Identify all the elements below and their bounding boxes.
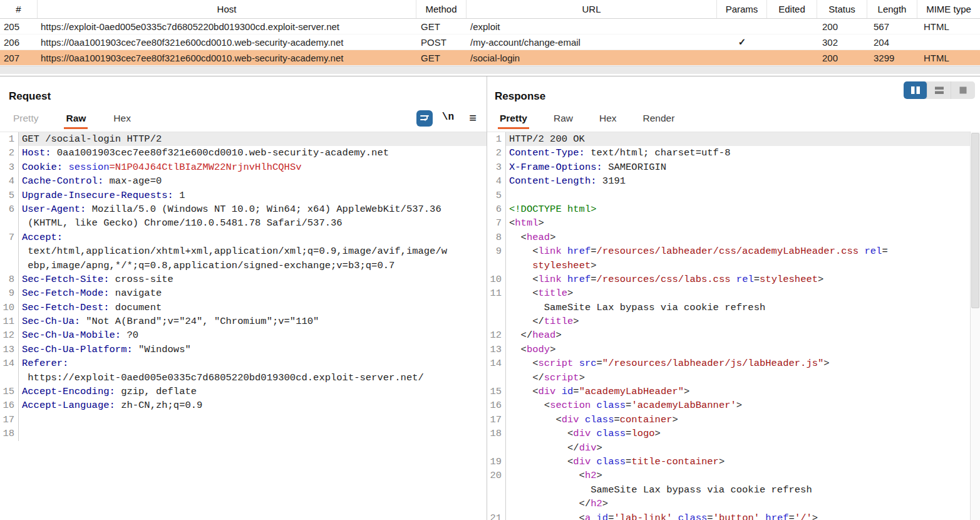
response-scrollbar[interactable] [970, 132, 980, 520]
code-line[interactable]: 14 <script src="/resources/labheader/js/… [487, 356, 970, 370]
code-line[interactable]: 3Cookie: session=N1P04J64CtlBIaZMW22Nrjn… [0, 160, 487, 174]
response-scrollbar-thumb[interactable] [971, 133, 979, 308]
tab-raw[interactable]: Raw [64, 113, 88, 129]
line-number [487, 497, 506, 511]
code-line[interactable]: https://exploit-0aed005e0335c7d6805220bd… [0, 371, 487, 385]
column-header-url[interactable]: URL [467, 0, 717, 18]
table-row[interactable]: 207https://0aa1001903cec7ee80f321e600cd0… [0, 50, 980, 66]
column-header-status[interactable]: Status [817, 0, 867, 18]
line-content: </script> [506, 371, 970, 385]
code-line[interactable]: 8Sec-Fetch-Site: cross-site [0, 273, 487, 286]
code-line[interactable]: 18 <div class=logo> [487, 427, 970, 440]
code-line[interactable]: 11Sec-Ch-Ua: "Not A(Brand";v="24", "Chro… [0, 315, 487, 328]
line-content: <html> [506, 216, 970, 230]
line-content: <link href=/resources/labheader/css/acad… [506, 244, 970, 258]
code-line[interactable]: 9 <link href=/resources/labheader/css/ac… [487, 244, 970, 258]
code-line[interactable]: 2Content-Type: text/html; charset=utf-8 [487, 146, 970, 160]
code-line[interactable]: 12Sec-Ch-Ua-Mobile: ?0 [0, 328, 487, 342]
soft-wrap-toggle-button[interactable] [416, 110, 433, 127]
single-layout-button[interactable] [951, 81, 975, 99]
code-line[interactable]: 4Content-Length: 3191 [487, 174, 970, 188]
code-line[interactable]: 7Accept: [0, 231, 487, 244]
table-row[interactable]: 206https://0aa1001903cec7ee80f321e600cd0… [0, 34, 980, 50]
tab-raw[interactable]: Raw [552, 113, 575, 129]
column-header-host[interactable]: Host [38, 0, 416, 18]
line-number: 4 [0, 174, 19, 188]
code-line[interactable]: </script> [487, 371, 970, 385]
code-line[interactable]: 6User-Agent: Mozilla/5.0 (Windows NT 10.… [0, 202, 487, 216]
cell-edited [767, 50, 817, 65]
column-header-mime-type[interactable]: MIME type [917, 0, 980, 18]
code-line[interactable]: 5Upgrade-Insecure-Requests: 1 [0, 189, 487, 202]
code-line[interactable]: text/html,application/xhtml+xml,applicat… [0, 244, 487, 258]
line-number [487, 301, 506, 315]
code-line[interactable]: 9Sec-Fetch-Mode: navigate [0, 286, 487, 300]
code-line[interactable]: </div> [487, 441, 970, 455]
line-content: text/html,application/xhtml+xml,applicat… [19, 244, 487, 258]
line-content: Accept-Language: zh-CN,zh;q=0.9 [19, 398, 487, 412]
line-content: ebp,image/apng,*/*;q=0.8,application/sig… [19, 259, 487, 273]
line-number: 18 [487, 427, 506, 440]
tab-hex[interactable]: Hex [597, 113, 619, 129]
columns-layout-button[interactable] [904, 81, 927, 99]
table-horizontal-scrollbar[interactable] [0, 66, 980, 74]
tab-pretty[interactable]: Pretty [498, 113, 529, 129]
line-content: Sec-Ch-Ua-Mobile: ?0 [19, 328, 487, 342]
line-number: 9 [0, 286, 19, 300]
code-line[interactable]: 15 <div id="academyLabHeader"> [487, 385, 970, 398]
code-line[interactable]: SameSite Lax bypass via cookie refresh [487, 483, 970, 497]
tab-hex[interactable]: Hex [111, 113, 133, 129]
line-content: <body> [506, 343, 970, 356]
code-line[interactable]: 15Accept-Encoding: gzip, deflate [0, 385, 487, 398]
code-line[interactable]: ebp,image/apng,*/*;q=0.8,application/sig… [0, 259, 487, 273]
code-line[interactable]: SameSite Lax bypass via cookie refresh [487, 301, 970, 315]
tab-render[interactable]: Render [641, 113, 677, 129]
code-line[interactable]: 4Cache-Control: max-age=0 [0, 174, 487, 188]
editor-menu-icon[interactable]: ≡ [469, 111, 477, 125]
code-line[interactable]: 8 <head> [487, 231, 970, 244]
column-header--[interactable]: # [0, 0, 38, 18]
code-line[interactable]: 19 <div class=title-container> [487, 455, 970, 469]
code-line[interactable]: 1HTTP/2 200 OK [487, 132, 970, 146]
code-line[interactable]: 3X-Frame-Options: SAMEORIGIN [487, 160, 970, 174]
code-line[interactable]: 1GET /social-login HTTP/2 [0, 132, 487, 146]
request-editor[interactable]: 1GET /social-login HTTP/22Host: 0aa10019… [0, 132, 487, 520]
column-header-length[interactable]: Length [867, 0, 917, 18]
code-line[interactable]: 16 <section class='academyLabBanner'> [487, 398, 970, 412]
line-number [487, 441, 506, 455]
code-line[interactable]: 21 <a id='lab-link' class='button' href=… [487, 511, 970, 520]
code-line[interactable]: 7<html> [487, 216, 970, 230]
column-header-edited[interactable]: Edited [767, 0, 817, 18]
code-line[interactable]: (KHTML, like Gecko) Chrome/110.0.5481.78… [0, 216, 487, 230]
code-line[interactable]: 20 <h2> [487, 469, 970, 482]
cell-num: 205 [0, 19, 38, 34]
code-line[interactable]: 5 [487, 189, 970, 202]
line-number: 1 [487, 132, 506, 146]
table-row[interactable]: 205https://exploit-0aed005e0335c7d680522… [0, 19, 980, 34]
tab-pretty[interactable]: Pretty [11, 113, 40, 129]
code-line[interactable]: </title> [487, 315, 970, 328]
code-line[interactable]: 13Sec-Ch-Ua-Platform: "Windows" [0, 343, 487, 356]
response-editor[interactable]: 1HTTP/2 200 OK2Content-Type: text/html; … [487, 132, 970, 520]
line-number: 11 [0, 315, 19, 328]
response-panel: Response PrettyRawHexRender \n ≡ 1HTTP/2… [487, 76, 980, 520]
code-line[interactable]: 14Referer: [0, 356, 487, 370]
code-line[interactable]: 13 <body> [487, 343, 970, 356]
code-line[interactable]: 17 <div class=container> [487, 413, 970, 427]
code-line[interactable]: 6<!DOCTYPE html> [487, 202, 970, 216]
code-line[interactable]: 12 </head> [487, 328, 970, 342]
code-line[interactable]: 11 <title> [487, 286, 970, 300]
line-content: Sec-Ch-Ua: "Not A(Brand";v="24", "Chromi… [19, 315, 487, 328]
code-line[interactable]: 10Sec-Fetch-Dest: document [0, 301, 487, 315]
rows-layout-button[interactable] [927, 81, 951, 99]
code-line[interactable]: </h2> [487, 497, 970, 511]
column-header-params[interactable]: Params [717, 0, 767, 18]
code-line[interactable]: 17 [0, 413, 487, 427]
column-header-method[interactable]: Method [416, 0, 467, 18]
code-line[interactable]: stylesheet> [487, 259, 970, 273]
code-line[interactable]: 16Accept-Language: zh-CN,zh;q=0.9 [0, 398, 487, 412]
code-line[interactable]: 10 <link href=/resources/css/labs.css re… [487, 273, 970, 286]
newline-toggle-button[interactable]: \n [442, 112, 454, 123]
code-line[interactable]: 2Host: 0aa1001903cec7ee80f321e600cd0010.… [0, 146, 487, 160]
code-line[interactable]: 18 [0, 427, 487, 440]
